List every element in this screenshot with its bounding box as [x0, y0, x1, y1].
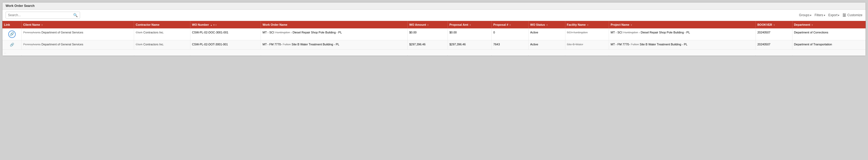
table-header-row: Link Client Name ▿ Contractor Name WO Nu…: [2, 21, 866, 28]
facility-name-filter-icon[interactable]: ▿: [587, 24, 588, 26]
department-cell: Department of Corrections: [792, 28, 866, 40]
col-wo-amount: WO Amount ▿: [407, 21, 447, 28]
toolbar: 🔍 Groups Filters Export Customize: [2, 9, 866, 21]
department-cell: Department of Transportation: [792, 40, 866, 50]
partial-row: ...: [2, 50, 866, 56]
search-input[interactable]: [8, 13, 72, 17]
col-bookver: BOOKVER ▿: [755, 21, 792, 28]
client-name-filter-icon[interactable]: ▿: [41, 24, 42, 26]
project-name-prefix: MT - FM 7770-: [611, 43, 631, 46]
search-container: 🔍: [6, 12, 80, 18]
contractor-normal: Contractors Inc.: [143, 31, 164, 34]
wo-name-prefix: MT - SCI: [262, 31, 275, 34]
client-name-cell: Pennsylvania Department of General Servi…: [22, 28, 134, 40]
wo-name-prefix: MT - FM 7770-: [262, 43, 283, 46]
client-name-cell: Pennsylvania Department of General Servi…: [22, 40, 134, 50]
groups-button[interactable]: Groups: [799, 13, 811, 17]
svg-rect-3: [843, 13, 844, 14]
search-icon: 🔍: [73, 13, 78, 17]
project-name-strikethrough: Huntingdon: [623, 31, 638, 34]
wo-status-cell: Active: [528, 28, 565, 40]
wo-amount-cell: $0.00: [407, 28, 447, 40]
proposal-num-cell: 7643: [492, 40, 529, 50]
customize-button[interactable]: Customize: [842, 13, 862, 17]
contractor-normal: Contractors Inc.: [143, 43, 164, 46]
toolbar-right: Groups Filters Export Customize: [799, 13, 862, 17]
wo-number-cell: CSW-PL-02-DOT-3001-001: [190, 40, 260, 50]
col-client-name: Client Name ▿: [22, 21, 134, 28]
svg-rect-5: [844, 16, 845, 17]
window-title: Work Order Search: [6, 4, 35, 8]
customize-icon: [842, 13, 846, 17]
col-facility-name: Facility Name ▿: [565, 21, 609, 28]
proposal-num-cell: 0: [492, 28, 529, 40]
project-name-strikethrough: Fulton: [631, 43, 639, 46]
facility-name-cell: Site B Water: [565, 40, 609, 50]
table-row: 🔗Pennsylvania Department of General Serv…: [2, 40, 866, 50]
wo-name-suffix: - Diesel Repair Shop Pole Building - PL: [290, 31, 342, 34]
col-contractor-name: Contractor Name: [134, 21, 190, 28]
customize-label: Customize: [847, 13, 862, 17]
link-circle-icon[interactable]: 🔗: [8, 31, 16, 38]
svg-rect-1: [843, 15, 846, 15]
col-link: Link: [2, 21, 22, 28]
col-proposal-amt: Proposal Amt ▿: [447, 21, 491, 28]
client-name-strikethrough: Pennsylvania: [23, 43, 40, 46]
col-wo-status: WO Status ▿: [528, 21, 565, 28]
project-name-suffix: Site B Water Treatment Building - PL: [639, 43, 687, 46]
client-name-strikethrough: Pennsylvania: [23, 31, 40, 34]
work-order-name-cell: MT - FM 7770- Fulton Site B Water Treatm…: [261, 40, 408, 50]
proposal-num-filter-icon[interactable]: ▿: [509, 24, 510, 26]
svg-rect-4: [845, 14, 845, 16]
col-proposal-num: Proposal # ▿: [492, 21, 529, 28]
proposal-amt-cell: $297,396.46: [447, 40, 491, 50]
filters-button[interactable]: Filters: [814, 13, 825, 17]
wo-amount-filter-icon[interactable]: ▿: [427, 24, 428, 26]
main-window: Work Order Search 🔍 Groups Filters Expor…: [2, 2, 866, 56]
contractor-strikethrough: Clark: [135, 31, 143, 34]
work-order-name-cell: MT - SCI Huntingdon - Diesel Repair Shop…: [261, 28, 408, 40]
export-button[interactable]: Export: [828, 13, 840, 17]
proposal-amt-filter-icon[interactable]: ▿: [470, 24, 471, 26]
contractor-name-cell: Clark Contractors Inc.: [134, 40, 190, 50]
bookver-cell: 20240507: [755, 28, 792, 40]
contractor-strikethrough: Clark: [135, 43, 143, 46]
title-bar: Work Order Search: [2, 2, 866, 9]
svg-rect-0: [843, 14, 846, 14]
project-name-filter-icon[interactable]: ▿: [631, 24, 632, 26]
col-department: Department ▿: [792, 21, 866, 28]
link-cell: 🔗: [2, 28, 22, 40]
wo-number-sort-desc-icon[interactable]: ▼: [213, 24, 215, 26]
bookver-cell: 20240507: [755, 40, 792, 50]
link-cell: 🔗: [2, 40, 22, 50]
col-project-name: Project Name ▿: [609, 21, 756, 28]
wo-number-cell: CSW-PL-02-DOC-3001-001: [190, 28, 260, 40]
department-filter-icon[interactable]: ▿: [812, 24, 813, 26]
contractor-name-cell: Clark Contractors Inc.: [134, 28, 190, 40]
work-order-table: Link Client Name ▿ Contractor Name WO Nu…: [2, 21, 866, 56]
wo-number-filter-icon[interactable]: ▿: [215, 24, 216, 26]
wo-name-suffix: Site B Water Treatment Building - PL: [291, 43, 339, 46]
wo-number-sort-asc-icon[interactable]: ▲: [210, 24, 213, 26]
table-row: 🔗Pennsylvania Department of General Serv…: [2, 28, 866, 40]
project-name-cell: MT - FM 7770- Fulton Site B Water Treatm…: [609, 40, 756, 50]
bookver-filter-icon[interactable]: ▿: [774, 24, 775, 26]
col-work-order-name: Work Order Name: [261, 21, 408, 28]
project-name-cell: MT - SCI Huntingdon - Diesel Repair Shop…: [609, 28, 756, 40]
proposal-amt-cell: $0.00: [447, 28, 491, 40]
project-name-prefix: MT - SCI: [611, 31, 623, 34]
project-name-suffix: - Diesel Repair Shop Pole Building - PL: [638, 31, 690, 34]
facility-strikethrough: Site B Water: [567, 43, 583, 46]
wo-name-strikethrough: Huntingdon: [275, 31, 290, 34]
partial-row-content: ...: [2, 50, 866, 56]
wo-amount-cell: $297,396.46: [407, 40, 447, 50]
client-name-normal: Department of General Services: [41, 31, 83, 34]
wo-status-cell: Active: [528, 40, 565, 50]
link-small-icon[interactable]: 🔗: [4, 42, 20, 47]
col-wo-number: WO Number ▲▼▿: [190, 21, 260, 28]
facility-name-cell: SCI-Huntingdon: [565, 28, 609, 40]
facility-strikethrough: SCI-Huntingdon: [567, 31, 588, 34]
client-name-normal: Department of General Services: [41, 43, 83, 46]
wo-name-strikethrough: Fulton: [283, 43, 291, 46]
wo-status-filter-icon[interactable]: ▿: [547, 24, 548, 26]
